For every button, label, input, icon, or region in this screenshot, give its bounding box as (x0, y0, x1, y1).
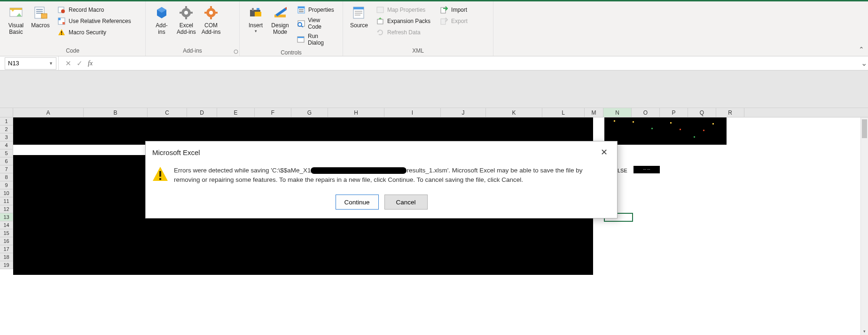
expansion-packs-button[interactable]: Expansion Packs (373, 16, 433, 27)
insert-label: Insert (249, 22, 263, 29)
svg-rect-38 (299, 9, 304, 10)
formula-enter-button[interactable]: ✓ (74, 59, 85, 68)
row-header-9[interactable]: 9 (0, 181, 13, 189)
continue-button[interactable]: Continue (336, 195, 379, 210)
cancel-button[interactable]: Cancel (384, 195, 428, 210)
svg-rect-44 (297, 37, 304, 38)
import-button[interactable]: Import (437, 4, 470, 16)
record-macro-button[interactable]: Record Macro (55, 4, 134, 16)
row-header-13[interactable]: 13 (0, 213, 13, 221)
name-box-value: N13 (8, 60, 19, 67)
column-header-G[interactable]: G (291, 108, 328, 117)
svg-rect-31 (252, 8, 254, 11)
column-header-E[interactable]: E (217, 108, 255, 117)
svg-rect-8 (41, 14, 47, 18)
column-header-I[interactable]: I (384, 108, 441, 117)
source-button[interactable]: Source (347, 3, 371, 30)
column-header-C[interactable]: C (148, 108, 187, 117)
row-header-2[interactable]: 2 (0, 125, 13, 133)
select-all-corner[interactable] (0, 108, 13, 117)
refresh-data-icon (376, 28, 384, 37)
row-header-3[interactable]: 3 (0, 133, 13, 141)
svg-rect-3 (10, 8, 22, 10)
column-header-L[interactable]: L (542, 108, 585, 117)
com-addins-button[interactable]: COM Add-ins (199, 3, 224, 37)
view-code-button[interactable]: View Code (294, 16, 337, 31)
row-header-17[interactable]: 17 (0, 245, 13, 253)
svg-rect-20 (185, 16, 187, 19)
insert-function-button[interactable]: fx (85, 60, 95, 67)
row-header-11[interactable]: 11 (0, 197, 13, 205)
row-header-8[interactable]: 8 (0, 173, 13, 181)
name-box[interactable]: N13 ▼ (5, 57, 56, 70)
scrollbar-thumb[interactable] (862, 119, 867, 138)
macro-security-label: Macro Security (69, 29, 106, 36)
column-header-H[interactable]: H (328, 108, 384, 117)
dialog-text-pre: Errors were detected while saving 'C:\$$… (174, 167, 311, 174)
row-header-18[interactable]: 18 (0, 253, 13, 261)
svg-point-18 (184, 11, 188, 15)
row-header-5[interactable]: 5 (0, 149, 13, 157)
row-header-15[interactable]: 15 (0, 229, 13, 237)
row-header-19[interactable]: 19 (0, 261, 13, 269)
svg-rect-33 (255, 12, 261, 16)
row-header-7[interactable]: 7 (0, 165, 13, 173)
macros-button[interactable]: Macros (28, 3, 53, 30)
use-relative-references-button[interactable]: Use Relative References (55, 16, 134, 27)
column-header-N[interactable]: N (603, 108, 632, 117)
properties-button[interactable]: Properties (294, 4, 337, 16)
redacted-path (311, 167, 407, 174)
column-header-O[interactable]: O (632, 108, 660, 117)
column-header-Q[interactable]: Q (688, 108, 716, 117)
excel-addins-button[interactable]: Excel Add-ins (174, 3, 199, 37)
column-header-P[interactable]: P (660, 108, 688, 117)
row-header-10[interactable]: 10 (0, 189, 13, 197)
cell-value: LSE (618, 168, 627, 173)
macro-security-button[interactable]: Macro Security (55, 27, 134, 38)
addins-dialog-launcher[interactable] (234, 49, 238, 54)
svg-rect-37 (298, 7, 305, 8)
column-header-J[interactable]: J (441, 108, 486, 117)
addins-button[interactable]: Add- ins (149, 3, 174, 37)
formula-bar-expand-button[interactable]: ⌄ (860, 59, 868, 68)
dialog-title: Microsoft Excel (152, 148, 200, 156)
column-header-M[interactable]: M (585, 108, 603, 117)
macros-label: Macros (31, 22, 49, 29)
dialog-message: Errors were detected while saving 'C:\$$… (174, 166, 610, 184)
collapse-ribbon-button[interactable]: ⌃ (859, 46, 864, 53)
scroll-down-button[interactable]: ▾ (861, 327, 868, 335)
column-header-K[interactable]: K (486, 108, 542, 117)
formula-bar: N13 ▼ ✕ ✓ fx ⌄ (0, 56, 868, 70)
run-dialog-button[interactable]: Run Dialog (294, 31, 337, 47)
column-header-R[interactable]: R (716, 108, 744, 117)
svg-rect-27 (204, 12, 207, 14)
row-header-1[interactable]: 1 (0, 117, 13, 125)
column-header-B[interactable]: B (84, 108, 148, 117)
svg-rect-28 (215, 12, 218, 14)
insert-button[interactable]: Insert ▾ (243, 3, 268, 34)
svg-rect-6 (36, 11, 43, 12)
formula-input[interactable] (99, 56, 860, 70)
dialog-close-button[interactable]: ✕ (598, 146, 610, 158)
column-header-A[interactable]: A (13, 108, 84, 117)
row-header-12[interactable]: 12 (0, 205, 13, 213)
vertical-scrollbar[interactable]: ▴ ▾ (860, 117, 868, 335)
row-header-4[interactable]: 4 (0, 141, 13, 149)
svg-point-10 (61, 9, 65, 13)
expansion-packs-icon (376, 17, 384, 25)
column-header-F[interactable]: F (255, 108, 291, 117)
refresh-data-button: Refresh Data (373, 27, 433, 38)
design-mode-button[interactable]: Design Mode (268, 3, 292, 37)
addins-icon (153, 4, 170, 21)
column-header-D[interactable]: D (187, 108, 217, 117)
name-box-dropdown-icon[interactable]: ▼ (49, 61, 53, 66)
row-header-16[interactable]: 16 (0, 237, 13, 245)
addins-label: Add- ins (156, 22, 167, 36)
row-header-6[interactable]: 6 (0, 157, 13, 165)
formula-cancel-button[interactable]: ✕ (63, 59, 74, 68)
visual-basic-button[interactable]: Visual Basic (4, 3, 28, 37)
row-header-14[interactable]: 14 (0, 221, 13, 229)
record-macro-icon (57, 6, 66, 14)
import-icon (440, 6, 448, 14)
svg-rect-46 (353, 7, 364, 9)
